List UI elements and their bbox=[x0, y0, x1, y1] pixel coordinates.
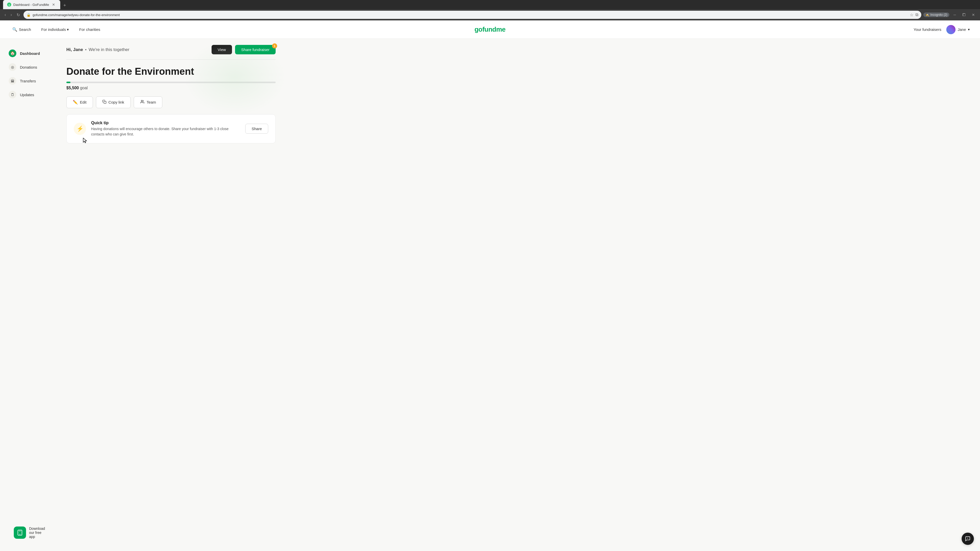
svg-point-1 bbox=[20, 534, 21, 535]
goal-label: goal bbox=[80, 86, 88, 90]
your-fundraisers-button[interactable]: Your fundraisers bbox=[914, 27, 942, 32]
dashboard-icon: 🏠 bbox=[9, 49, 16, 57]
reload-button[interactable]: ↻ bbox=[15, 11, 21, 18]
team-label: Team bbox=[147, 100, 156, 104]
site-header: 🔍 Search For individuals ▾ For charities… bbox=[0, 21, 980, 39]
fundraiser-section: Donate for the Environment $5,500 goal ✏… bbox=[66, 66, 275, 108]
quick-tip-content: Quick tip Having donations will encourag… bbox=[91, 121, 240, 137]
share-badge: 1 bbox=[272, 43, 277, 48]
sidebar-updates-label: Updates bbox=[20, 93, 34, 97]
donations-icon: ◎ bbox=[9, 63, 16, 71]
edit-label: Edit bbox=[80, 100, 86, 104]
incognito-icon: 🕵 bbox=[925, 13, 929, 17]
gofundme-logo[interactable]: gofundme bbox=[474, 25, 506, 33]
new-tab-button[interactable]: + bbox=[61, 2, 68, 9]
tab-bar: g Dashboard - GoFundMe ✕ + bbox=[0, 0, 980, 9]
copy-link-icon bbox=[102, 100, 107, 105]
sidebar-item-transfers[interactable]: 🏛 Transfers bbox=[5, 75, 51, 87]
top-bar: Hi, Jane • We're in this together View S… bbox=[66, 45, 275, 60]
view-button[interactable]: View bbox=[212, 45, 232, 54]
sidebar-item-dashboard[interactable]: 🏠 Dashboard bbox=[5, 47, 51, 60]
browser-toolbar: ‹ › ↻ 🔒 gofundme.com/manage/wdywu-donate… bbox=[0, 9, 980, 21]
header-right: Your fundraisers Jane ▾ bbox=[914, 25, 970, 34]
forward-button[interactable]: › bbox=[9, 11, 13, 18]
window-controls: ─ ⧠ ✕ bbox=[951, 12, 977, 18]
greeting-message: We're in this together bbox=[89, 47, 129, 52]
main-content: 🏠 Dashboard ◎ Donations 🏛 Transfers 🗒 Up… bbox=[0, 39, 980, 551]
split-view-icon[interactable]: ⧉ bbox=[915, 13, 918, 17]
for-charities-label: For charities bbox=[79, 27, 100, 32]
greeting-name: Hi, Jane bbox=[66, 47, 83, 52]
incognito-label: Incognito (2) bbox=[930, 13, 947, 17]
avatar bbox=[946, 25, 956, 34]
team-icon bbox=[140, 100, 145, 105]
progress-bar-fill bbox=[66, 82, 70, 83]
goal-amount: $5,500 bbox=[66, 86, 79, 90]
incognito-badge: 🕵 Incognito (2) bbox=[923, 13, 950, 17]
copy-link-label: Copy link bbox=[108, 100, 124, 104]
quick-tip-label: Quick tip bbox=[91, 121, 240, 125]
close-window-button[interactable]: ✕ bbox=[970, 12, 977, 18]
edit-button[interactable]: ✏️ Edit bbox=[66, 97, 93, 108]
goal-text: $5,500 goal bbox=[66, 86, 275, 90]
app-download-icon bbox=[14, 527, 26, 539]
greeting-separator: • bbox=[85, 47, 86, 52]
page-content: Hi, Jane • We're in this together View S… bbox=[56, 39, 286, 551]
quick-tip-share-button[interactable]: Share bbox=[245, 124, 268, 134]
updates-icon: 🗒 bbox=[9, 91, 16, 98]
transfers-icon: 🏛 bbox=[9, 77, 16, 85]
back-button[interactable]: ‹ bbox=[3, 11, 7, 18]
tab-close-button[interactable]: ✕ bbox=[51, 2, 56, 7]
sidebar: 🏠 Dashboard ◎ Donations 🏛 Transfers 🗒 Up… bbox=[0, 39, 56, 551]
user-name: Jane bbox=[958, 27, 966, 32]
fundraiser-title: Donate for the Environment bbox=[66, 66, 275, 78]
address-bar[interactable]: 🔒 gofundme.com/manage/wdywu-donate-for-t… bbox=[24, 11, 921, 19]
sidebar-transfers-label: Transfers bbox=[20, 79, 36, 83]
copy-link-button[interactable]: Copy link bbox=[96, 97, 130, 108]
search-icon: 🔍 bbox=[12, 27, 18, 32]
minimize-button[interactable]: ─ bbox=[951, 12, 958, 18]
team-button[interactable]: Team bbox=[134, 97, 162, 108]
lightning-icon: ⚡ bbox=[76, 125, 83, 132]
logo-text: gofundme bbox=[474, 25, 506, 33]
for-individuals-label: For individuals bbox=[41, 27, 66, 32]
nav-buttons: ‹ › ↻ bbox=[3, 11, 21, 18]
address-bar-icons: ☆ ⧉ bbox=[910, 13, 918, 17]
share-fundraiser-label: Share fundraiser bbox=[241, 48, 269, 52]
tab-title: Dashboard - GoFundMe bbox=[13, 3, 49, 6]
user-menu-chevron-icon: ▾ bbox=[968, 27, 970, 32]
quick-tip-icon: ⚡ bbox=[74, 123, 86, 135]
browser-chrome: g Dashboard - GoFundMe ✕ + ‹ › ↻ 🔒 gofun… bbox=[0, 0, 980, 21]
chevron-down-icon: ▾ bbox=[67, 27, 69, 32]
maximize-button[interactable]: ⧠ bbox=[960, 12, 968, 18]
sidebar-dashboard-label: Dashboard bbox=[20, 51, 40, 56]
for-charities-menu[interactable]: For charities bbox=[77, 26, 102, 33]
action-buttons: ✏️ Edit Copy link bbox=[66, 97, 275, 108]
edit-icon: ✏️ bbox=[73, 100, 78, 105]
header-left: 🔍 Search For individuals ▾ For charities bbox=[10, 25, 102, 33]
svg-rect-3 bbox=[104, 101, 106, 103]
svg-point-4 bbox=[141, 100, 142, 102]
chat-support-button[interactable] bbox=[962, 533, 974, 545]
greeting: Hi, Jane • We're in this together bbox=[66, 47, 129, 52]
quick-tip-section: ⚡ Quick tip Having donations will encour… bbox=[66, 114, 275, 143]
sidebar-donations-label: Donations bbox=[20, 65, 37, 69]
bookmark-icon[interactable]: ☆ bbox=[910, 13, 913, 17]
tab-favicon: g bbox=[7, 3, 11, 6]
quick-tip-text: Having donations will encourage others t… bbox=[91, 126, 240, 137]
url-text: gofundme.com/manage/wdywu-donate-for-the… bbox=[33, 13, 908, 17]
app-download-label: Download our free app bbox=[29, 527, 45, 539]
active-tab[interactable]: g Dashboard - GoFundMe ✕ bbox=[3, 0, 60, 9]
top-bar-actions: View Share fundraiser 1 bbox=[212, 45, 275, 54]
progress-bar-container bbox=[66, 82, 275, 83]
logo-center: gofundme bbox=[474, 25, 506, 33]
app-download-section: Download our free app bbox=[10, 522, 46, 543]
search-button[interactable]: 🔍 Search bbox=[10, 25, 33, 33]
avatar-image bbox=[946, 25, 956, 34]
share-fundraiser-button[interactable]: Share fundraiser 1 bbox=[235, 45, 275, 54]
sidebar-item-donations[interactable]: ◎ Donations bbox=[5, 61, 51, 73]
quick-tip-card: ⚡ Quick tip Having donations will encour… bbox=[66, 114, 275, 143]
sidebar-item-updates[interactable]: 🗒 Updates bbox=[5, 88, 51, 101]
for-individuals-menu[interactable]: For individuals ▾ bbox=[39, 26, 71, 33]
user-menu-button[interactable]: Jane ▾ bbox=[946, 25, 970, 34]
